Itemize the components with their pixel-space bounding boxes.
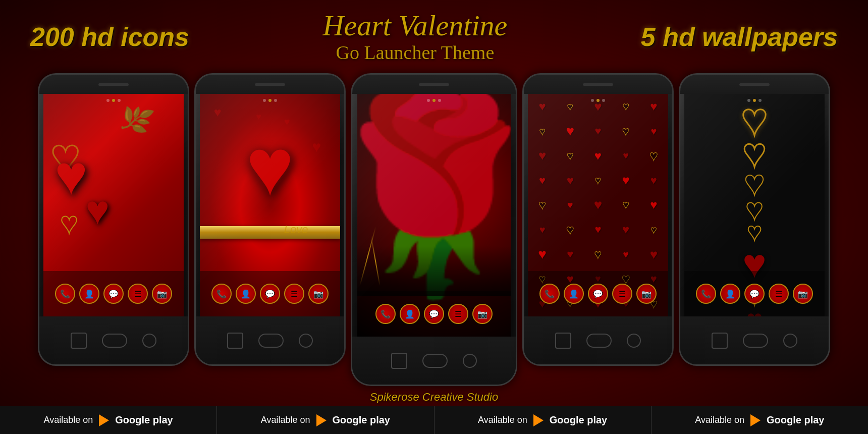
float-heart-3: ♥ — [312, 138, 321, 155]
header-right-text: 5 hd wallpapers — [641, 22, 838, 52]
phone-1-top — [39, 75, 188, 94]
footer-google-play-3: Google play — [550, 414, 607, 426]
phone-2-wallpaper: ♥ ♥ ♥ ♥ ♥ Love — [200, 94, 340, 316]
phone-4-screen: ♥ ♥ ♥ ♥ ♥ ♥ ♥ ♥ ♥ ♥ ♥ ♥ ♥ ♥ ♥ — [528, 94, 668, 316]
phone-4: ♥ ♥ ♥ ♥ ♥ ♥ ♥ ♥ ♥ ♥ ♥ ♥ ♥ ♥ ♥ — [522, 73, 674, 366]
phone-5-bottom — [680, 316, 829, 364]
dot5-3 — [758, 99, 762, 102]
phone-3-dock: 📞 👤 💬 ☰ 📷 — [357, 291, 511, 337]
dock4-icon-cam: 📷 — [636, 284, 657, 304]
header-center: Heart Valentine Go Launcher Theme — [323, 10, 508, 64]
dock-dots — [106, 99, 121, 102]
footer-available-2: Available on — [261, 415, 310, 425]
phone-2-screen: ♥ ♥ ♥ ♥ ♥ Love — [200, 94, 340, 316]
ph-6: ♥ — [529, 120, 556, 143]
phone-1-power-btn — [188, 125, 189, 145]
ph-31: ♥ — [529, 243, 556, 266]
nav5-btn-home — [743, 334, 768, 348]
phone-1-wallpaper: 🌿 ♥ ♥ ♥ ♥ 📞 👤 — [43, 94, 184, 316]
footer-available-3: Available on — [478, 415, 527, 425]
main-heart-raspberry: ♥ — [246, 121, 294, 213]
phone-5-wrapper: ♥ ♥ ♥ ♥ ♥ ♥ ♥ ♥ ♥ ♥ — [679, 73, 830, 406]
dot5-1 — [747, 99, 750, 102]
phone-1-screen: 🌿 ♥ ♥ ♥ ♥ 📞 👤 — [43, 94, 184, 316]
nav4-btn-home — [586, 334, 612, 348]
heart-red-big: ♥ — [55, 143, 87, 207]
nav3-btn-back — [463, 354, 477, 368]
ph-24: ♥ — [613, 193, 639, 217]
phone-5-screen: ♥ ♥ ♥ ♥ ♥ ♥ ♥ ♥ ♥ ♥ — [684, 94, 825, 316]
dock5-icon-cam: 📷 — [793, 284, 813, 304]
phone-1-vol-btn-2 — [38, 140, 39, 163]
ph-23: ♥ — [584, 193, 611, 217]
phone-5-speaker — [739, 83, 770, 86]
dock2-icon-phone: 📞 — [211, 284, 232, 304]
ph-17: ♥ — [557, 169, 583, 192]
dock3-icon-msg: 💬 — [424, 304, 444, 324]
phone-4-speaker — [583, 83, 613, 86]
phone-2-top — [196, 75, 344, 94]
dock-icon-menu: ☰ — [128, 284, 148, 304]
phone-3-power-btn — [516, 125, 517, 145]
nav3-btn-home — [422, 354, 448, 368]
nav2-btn-back — [299, 334, 313, 348]
phone-5-top — [680, 75, 829, 94]
dock3-icon-cam: 📷 — [472, 304, 493, 324]
phone-4-vol-btn-1 — [522, 120, 523, 133]
footer-bar: Available on Google play Available on Go… — [0, 406, 868, 434]
dock-dots-2 — [263, 99, 277, 102]
ph-20: ♥ — [640, 169, 667, 192]
play-icon-3 — [533, 414, 544, 426]
phone-2-vol-btn-3 — [194, 168, 195, 191]
gold-hearts-stack: ♥ ♥ ♥ ♥ ♥ ♥ ♥ ♥ ♥ ♥ — [684, 94, 825, 276]
phone-5: ♥ ♥ ♥ ♥ ♥ ♥ ♥ ♥ ♥ ♥ — [679, 73, 830, 366]
phone-5-wallpaper: ♥ ♥ ♥ ♥ ♥ ♥ ♥ ♥ ♥ ♥ — [684, 94, 825, 316]
footer-google-play-2: Google play — [333, 414, 390, 426]
phone-4-top — [524, 75, 672, 94]
play-icon-1 — [99, 414, 109, 426]
ph-14: ♥ — [613, 144, 639, 168]
ph-28: ♥ — [584, 218, 611, 242]
ph-4: ♥ — [613, 95, 639, 119]
dock2-icon-msg: 💬 — [260, 284, 280, 304]
phone-2-power-btn — [345, 125, 346, 145]
ph-29: ♥ — [613, 218, 639, 242]
phone-3-bottom — [352, 337, 516, 385]
nav3-btn-recent — [391, 353, 407, 369]
nav2-btn-recent — [227, 333, 243, 349]
dot2-2 — [268, 99, 272, 102]
float-heart-1: ♥ — [214, 105, 222, 120]
heart-gold-outline-2: ♥ — [60, 205, 78, 240]
ph-10: ♥ — [640, 120, 667, 143]
ph-33: ♥ — [584, 243, 611, 266]
dot5-2 — [753, 99, 756, 102]
play-icon-4 — [750, 414, 761, 426]
nav-btn-back — [142, 334, 156, 348]
phone-1-wrapper: 🌿 ♥ ♥ ♥ ♥ 📞 👤 — [38, 73, 189, 406]
phone-1-speaker — [98, 83, 129, 86]
header: 200 hd icons Heart Valentine Go Launcher… — [0, 0, 868, 73]
ph-3: ♥ — [584, 95, 611, 119]
ph-19: ♥ — [613, 169, 639, 192]
phone-3: 🌹 📞 👤 💬 — [351, 73, 517, 386]
ph-30: ♥ — [640, 218, 667, 242]
ph-15: ♥ — [640, 144, 667, 168]
ph-25: ♥ — [640, 193, 667, 217]
header-left-text: 200 hd icons — [30, 22, 189, 52]
dock3-icon-phone: 📞 — [375, 304, 396, 324]
phone-1: 🌿 ♥ ♥ ♥ ♥ 📞 👤 — [38, 73, 189, 366]
phone-3-speaker — [419, 83, 449, 86]
dot-2 — [112, 99, 115, 102]
ph-27: ♥ — [557, 218, 583, 242]
nav4-btn-recent — [555, 333, 571, 349]
dot2-1 — [263, 99, 266, 102]
dock2-icon-menu: ☰ — [284, 284, 304, 304]
dock5-icon-phone: 📞 — [696, 284, 716, 304]
footer-available-1: Available on — [44, 415, 93, 425]
ph-13: ♥ — [584, 144, 611, 168]
phone-4-vol-btn-2 — [522, 140, 523, 163]
nav4-btn-back — [627, 334, 641, 348]
phones-container: 🌿 ♥ ♥ ♥ ♥ 📞 👤 — [0, 73, 868, 406]
app-subtitle: Go Launcher Theme — [323, 41, 508, 64]
bottom-fade — [357, 246, 511, 296]
